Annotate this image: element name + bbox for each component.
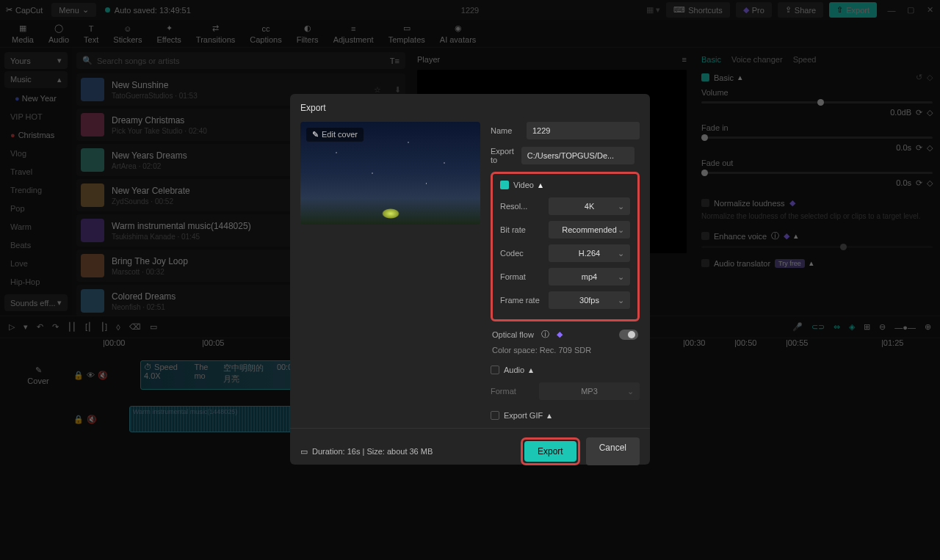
export-confirm-highlight: Export <box>521 437 580 465</box>
setting-label: Codec <box>500 249 541 258</box>
export-cover-preview: ✎ Edit cover <box>300 122 480 225</box>
setting-select[interactable]: 30fps <box>549 291 630 309</box>
setting-select[interactable]: mp4 <box>549 268 630 286</box>
export-to-input[interactable] <box>521 147 634 164</box>
gif-checkbox[interactable] <box>491 411 499 420</box>
setting-select[interactable]: H.264 <box>549 244 630 262</box>
export-to-label: Export to <box>491 147 514 164</box>
setting-select[interactable]: Recommended <box>549 221 630 239</box>
video-setting-row: Formatmp4 <box>500 268 630 286</box>
audio-format-label: Format <box>491 387 532 396</box>
video-setting-row: Resol...4K <box>500 197 630 215</box>
cancel-button[interactable]: Cancel <box>586 437 640 465</box>
setting-label: Bit rate <box>500 225 541 234</box>
video-checkbox[interactable] <box>500 181 509 189</box>
export-dialog-title: Export <box>290 94 650 122</box>
audio-checkbox[interactable] <box>491 366 499 374</box>
video-setting-row: Frame rate30fps <box>500 291 630 309</box>
video-setting-row: CodecH.264 <box>500 244 630 262</box>
name-label: Name <box>491 126 519 135</box>
optical-flow-toggle[interactable] <box>619 330 638 340</box>
video-setting-row: Bit rateRecommended <box>500 221 630 239</box>
export-dialog: Export ✎ Edit cover Name Export to 📁 Vid… <box>290 94 650 465</box>
audio-format-select[interactable]: MP3 <box>539 382 640 400</box>
setting-select[interactable]: 4K <box>549 197 630 215</box>
setting-label: Frame rate <box>500 296 541 305</box>
export-info: Duration: 16s | Size: about 36 MB <box>312 447 433 456</box>
video-settings-box: Video ▴ Resol...4KBit rateRecommendedCod… <box>491 172 640 321</box>
setting-label: Format <box>500 272 541 281</box>
optical-flow-label: Optical flow <box>492 330 534 339</box>
export-confirm-button[interactable]: Export <box>524 441 576 462</box>
edit-cover-button[interactable]: ✎ Edit cover <box>306 128 364 142</box>
setting-label: Resol... <box>500 202 541 211</box>
info-icon: ▭ <box>300 447 308 457</box>
color-space-label: Color space: Rec. 709 SDR <box>491 346 640 354</box>
name-input[interactable] <box>527 122 640 139</box>
